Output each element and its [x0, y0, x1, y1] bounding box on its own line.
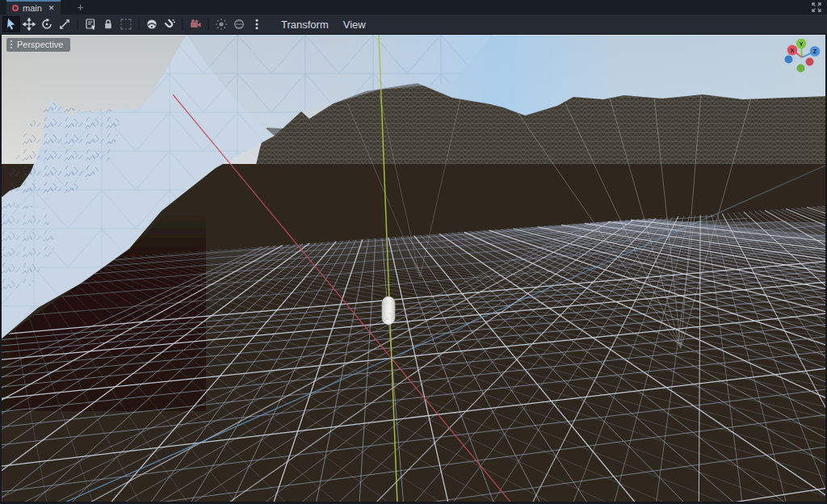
magnet-icon [163, 18, 176, 31]
gizmo-neg-y-ball[interactable] [797, 65, 805, 73]
rotate-arrow-icon [40, 18, 53, 31]
move-tool-button[interactable] [20, 16, 38, 32]
gizmo-z-label: Z [813, 48, 817, 55]
snap-button[interactable] [161, 16, 178, 32]
scene-canvas: X Y Z [0, 35, 827, 504]
godot-editor-window: main ✕ + [0, 0, 827, 504]
move-arrows-icon [23, 18, 36, 31]
add-scene-tab-button[interactable]: + [73, 0, 86, 15]
group-box-icon [120, 18, 132, 31]
kebab-vertical-icon [10, 40, 12, 48]
scene-tab-main[interactable]: main ✕ [6, 0, 61, 15]
film-camera-icon [189, 18, 202, 31]
viewport-toolbar: Transform View [0, 15, 827, 35]
capsule-body[interactable] [382, 296, 395, 325]
preview-sunlight-button[interactable] [212, 16, 230, 32]
toolbar-separator [138, 19, 140, 30]
list-select-icon [84, 18, 97, 31]
scale-tool-button[interactable] [56, 16, 73, 32]
node3d-ring-icon [12, 5, 19, 11]
scene-tab-bar: main ✕ + [0, 0, 827, 15]
scene-tab-label: main [23, 2, 42, 15]
gizmo-neg-z-ball[interactable] [785, 56, 793, 64]
toolbar-separator [208, 19, 209, 30]
kebab-vertical-icon [250, 18, 263, 31]
toolbar-separator [182, 19, 183, 30]
toolbar-separator [77, 19, 78, 30]
use-local-space-button[interactable] [143, 16, 161, 32]
close-tab-icon[interactable]: ✕ [46, 2, 55, 15]
group-button[interactable] [117, 16, 135, 32]
camera-override-button[interactable] [187, 16, 204, 32]
gizmo-y-label: Y [799, 40, 803, 48]
preview-settings-button[interactable] [248, 16, 266, 32]
select-tool-button[interactable] [2, 16, 20, 32]
expand-arrows-icon [812, 2, 821, 12]
rotate-tool-button[interactable] [38, 16, 56, 32]
gizmo-x-label: X [790, 47, 794, 54]
local-space-sphere-icon [145, 18, 158, 31]
selection-list-button[interactable] [82, 16, 99, 32]
cursor-arrow-icon [5, 18, 18, 31]
view-menu[interactable]: View [336, 19, 373, 31]
projection-label: Perspective [17, 40, 63, 49]
sun-icon [215, 18, 228, 31]
scale-arrows-icon [58, 18, 71, 31]
lock-button[interactable] [99, 16, 117, 32]
projection-button[interactable]: Perspective [6, 38, 70, 52]
transform-menu[interactable]: Transform [274, 19, 336, 31]
environment-icon [233, 18, 246, 31]
viewport-3d[interactable]: X Y Z Perspective [0, 35, 827, 504]
preview-environment-button[interactable] [230, 16, 248, 32]
padlock-icon [102, 18, 115, 31]
distraction-free-button[interactable] [806, 0, 827, 15]
gizmo-neg-x-ball[interactable] [806, 58, 814, 66]
